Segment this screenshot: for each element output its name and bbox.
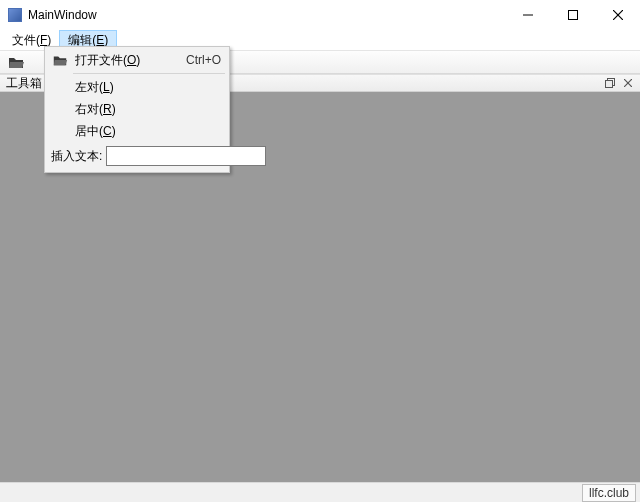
statusbar: llfc.club [0,482,640,502]
minimize-button[interactable] [505,0,550,30]
menu-open-file-label: 打开文件(O) [75,52,174,69]
menu-align-left[interactable]: 左对(L) [47,76,227,98]
menu-insert-text-row: 插入文本: [47,142,227,170]
open-file-icon [7,53,25,71]
status-text: llfc.club [582,484,636,502]
open-file-icon [51,51,69,69]
menu-align-right[interactable]: 右对(R) [47,98,227,120]
menu-open-file[interactable]: 打开文件(O) Ctrl+O [47,49,227,71]
edit-menu-popup: 打开文件(O) Ctrl+O 左对(L) 右对(R) 居中(C) 插入文本: [44,46,230,173]
svg-rect-1 [568,11,577,20]
menu-separator [73,73,225,74]
dock-close-icon [624,79,632,87]
dock-float-icon [605,78,615,88]
blank-icon [51,100,69,118]
menu-open-file-shortcut: Ctrl+O [174,53,221,67]
blank-icon [51,122,69,140]
minimize-icon [523,10,533,20]
titlebar: MainWindow [0,0,640,30]
window-title: MainWindow [28,8,505,22]
blank-icon [51,78,69,96]
svg-rect-5 [606,81,613,88]
maximize-button[interactable] [550,0,595,30]
close-button[interactable] [595,0,640,30]
open-file-toolbutton[interactable] [6,52,26,72]
maximize-icon [568,10,578,20]
window-buttons [505,0,640,30]
dock-float-button[interactable] [602,76,618,90]
close-icon [613,10,623,20]
menu-align-left-label: 左对(L) [75,79,221,96]
menu-insert-text-label: 插入文本: [51,148,102,165]
menu-align-right-label: 右对(R) [75,101,221,118]
menu-align-center-label: 居中(C) [75,123,221,140]
menu-align-center[interactable]: 居中(C) [47,120,227,142]
dock-close-button[interactable] [620,76,636,90]
app-icon [8,8,22,22]
menu-insert-text-input[interactable] [106,146,266,166]
